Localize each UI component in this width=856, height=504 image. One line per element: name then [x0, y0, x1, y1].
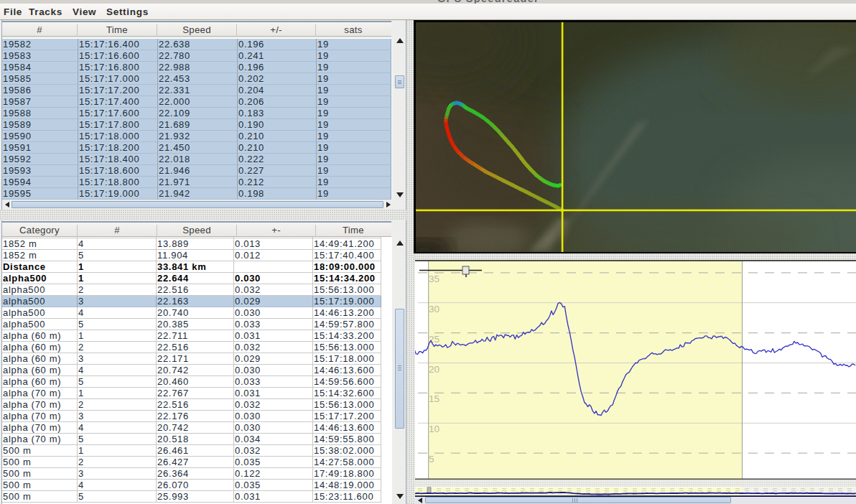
- svg-text:20: 20: [429, 364, 439, 375]
- svg-text:30: 30: [429, 304, 439, 314]
- svg-text:5: 5: [429, 454, 434, 465]
- svg-text:25: 25: [429, 334, 439, 345]
- svg-text:35: 35: [429, 274, 439, 284]
- svg-text:10: 10: [429, 424, 439, 434]
- svg-text:15: 15: [429, 393, 439, 404]
